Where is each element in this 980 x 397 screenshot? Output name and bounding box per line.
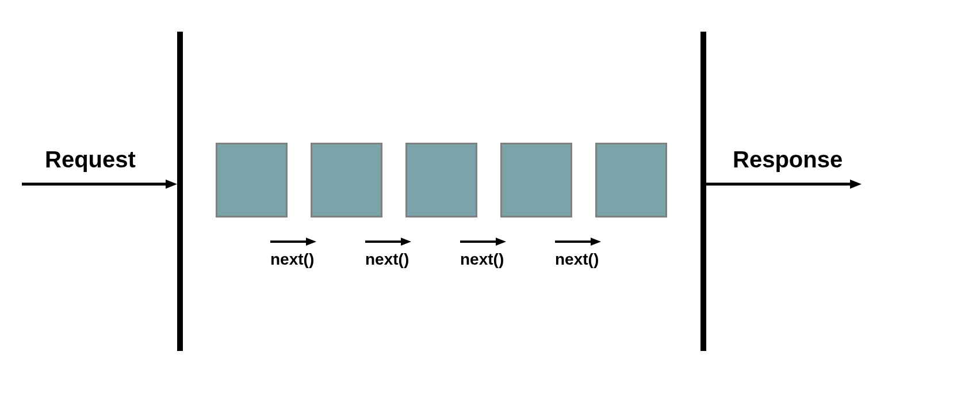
middleware-box: [216, 143, 288, 217]
middleware-box: [500, 143, 572, 217]
next-arrow-icon: [365, 237, 411, 246]
middleware-box: [405, 143, 477, 217]
svg-marker-9: [591, 238, 601, 246]
request-label: Request: [45, 147, 136, 173]
request-arrow-icon: [22, 178, 177, 190]
svg-marker-1: [166, 180, 177, 189]
response-arrow-icon: [706, 178, 862, 190]
next-label: next(): [270, 250, 314, 269]
response-label: Response: [733, 147, 843, 173]
next-label: next(): [555, 250, 599, 269]
svg-marker-11: [850, 180, 862, 189]
middleware-box: [595, 143, 667, 217]
next-arrow-icon: [460, 237, 506, 246]
right-boundary-bar: [700, 32, 706, 351]
middleware-box: [311, 143, 382, 217]
next-label: next(): [365, 250, 409, 269]
next-arrow-icon: [555, 237, 601, 246]
next-arrow-icon: [270, 237, 316, 246]
svg-marker-7: [496, 238, 506, 246]
svg-marker-5: [401, 238, 411, 246]
left-boundary-bar: [177, 32, 183, 351]
next-label: next(): [460, 250, 504, 269]
svg-marker-3: [306, 238, 316, 246]
